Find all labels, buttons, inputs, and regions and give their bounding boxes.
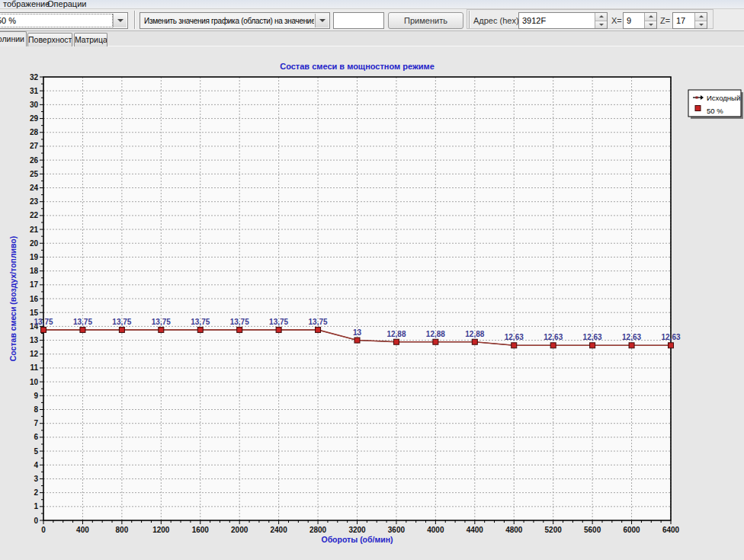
- data-point-marker[interactable]: [159, 327, 164, 332]
- data-point-marker[interactable]: [393, 339, 399, 344]
- y-tick-label: 29: [30, 114, 39, 123]
- y-tick-label: 4: [34, 461, 38, 469]
- y-tick-label: 28: [30, 128, 39, 136]
- data-point-marker[interactable]: [433, 339, 438, 344]
- x-tick-label: 5600: [584, 526, 601, 534]
- apply-button[interactable]: Применить: [388, 12, 463, 29]
- y-tick-label: 20: [30, 239, 39, 248]
- y-tick-label: 0: [34, 517, 38, 525]
- data-point-marker[interactable]: [669, 343, 674, 348]
- data-point-label: 13,75: [269, 318, 288, 326]
- y-tick-label: 21: [30, 226, 39, 234]
- data-point-label: 13,75: [73, 318, 92, 326]
- x-spin-edit[interactable]: 9: [623, 12, 657, 29]
- y-tick-label: 17: [30, 280, 39, 289]
- y-tick-label: 3: [34, 475, 38, 483]
- data-point-marker[interactable]: [237, 327, 242, 332]
- spin-up-icon: [649, 15, 653, 18]
- data-point-label: 12,88: [426, 330, 445, 338]
- plot-area[interactable]: [43, 77, 671, 520]
- data-point-marker[interactable]: [550, 343, 556, 348]
- y-tick-label: 32: [30, 73, 39, 82]
- action-combobox-value: Изменить значения графика (области) на з…: [144, 17, 314, 25]
- chart-canvas[interactable]: 0400800120016002000240028003200360040004…: [0, 46, 744, 560]
- spin-down-button[interactable]: [695, 21, 707, 29]
- y-tick-label: 2: [34, 488, 38, 497]
- y-tick-label: 16: [30, 295, 39, 303]
- y-axis-title: Состав смеси (воздух/топливо): [8, 236, 18, 362]
- percent-combobox-dropdown-button[interactable]: [113, 14, 127, 27]
- x-tick-label: 3200: [348, 526, 366, 534]
- y-tick-label: 19: [30, 253, 39, 261]
- x-tick-label: 2400: [271, 526, 288, 534]
- data-point-label: 12,63: [583, 333, 602, 341]
- toolbar-separator: [134, 11, 136, 29]
- y-tick-label: 5: [34, 447, 38, 456]
- chart-title: Состав смеси в мощностном режиме: [280, 62, 435, 71]
- data-point-label: 13,75: [309, 318, 328, 326]
- z-spin-edit[interactable]: 17: [672, 12, 707, 29]
- y-tick-label: 18: [30, 267, 39, 275]
- z-label: Z=: [660, 16, 670, 25]
- spin-down-button[interactable]: [645, 21, 656, 29]
- percent-combobox[interactable]: 50 %: [0, 12, 128, 29]
- y-tick-label: 8: [34, 405, 38, 414]
- tab-matrix[interactable]: Матрица: [74, 33, 107, 46]
- legend-label-50-percent: 50 %: [707, 107, 723, 115]
- value-input[interactable]: [335, 14, 383, 27]
- spin-down-icon: [599, 24, 604, 26]
- y-tick-label: 15: [30, 309, 39, 317]
- data-point-marker[interactable]: [316, 327, 321, 332]
- menu-operations[interactable]: Операции: [44, 0, 89, 8]
- action-combobox[interactable]: Изменить значения графика (области) на з…: [140, 12, 330, 29]
- x-tick-label: 4800: [505, 526, 523, 534]
- data-point-marker[interactable]: [276, 327, 281, 332]
- data-point-marker[interactable]: [590, 343, 595, 348]
- y-tick-label: 31: [30, 87, 39, 95]
- spin-down-button[interactable]: [595, 21, 607, 29]
- spin-down-icon: [649, 24, 653, 26]
- y-tick-label: 23: [30, 197, 39, 206]
- data-point-label: 12,63: [505, 333, 524, 341]
- z-value: 17: [676, 16, 685, 25]
- spin-up-button[interactable]: [645, 13, 656, 21]
- data-point-marker[interactable]: [80, 327, 85, 332]
- y-tick-label: 30: [30, 101, 39, 109]
- y-tick-label: 24: [30, 184, 39, 192]
- tab-isolines[interactable]: олинии: [0, 31, 27, 46]
- y-tick-label: 9: [34, 392, 38, 400]
- x-tick-label: 5200: [545, 526, 563, 534]
- spin-up-button[interactable]: [695, 13, 707, 21]
- tab-surface[interactable]: Поверхность: [27, 33, 72, 46]
- x-tick-label: 1600: [192, 526, 210, 534]
- data-point-marker[interactable]: [512, 343, 517, 348]
- x-tick-label: 6000: [623, 526, 640, 534]
- action-combobox-dropdown-button[interactable]: [315, 14, 329, 27]
- data-point-marker[interactable]: [472, 339, 477, 344]
- data-point-marker[interactable]: [41, 327, 46, 332]
- z-spinner[interactable]: [694, 13, 707, 28]
- data-point-label: 12,63: [544, 333, 563, 341]
- data-point-label: 12,63: [661, 333, 680, 341]
- address-spin-edit[interactable]: 3912F: [518, 12, 608, 29]
- data-point-label: 12,88: [465, 330, 484, 338]
- percent-combobox-value: 50 %: [0, 16, 112, 25]
- x-tick-label: 2000: [231, 526, 249, 534]
- spin-down-icon: [699, 24, 704, 26]
- legend-label-original: Исходный: [707, 94, 740, 102]
- y-tick-label: 22: [30, 211, 39, 219]
- y-tick-label: 10: [30, 378, 39, 386]
- data-point-marker[interactable]: [119, 327, 124, 332]
- data-point-label: 13,75: [152, 318, 171, 326]
- spin-up-button[interactable]: [595, 13, 607, 21]
- address-value: 3912F: [522, 16, 546, 25]
- data-point-marker[interactable]: [354, 338, 360, 343]
- y-tick-label: 6: [34, 433, 38, 441]
- data-point-marker[interactable]: [629, 343, 634, 348]
- x-spinner[interactable]: [644, 13, 656, 28]
- data-point-marker[interactable]: [197, 327, 203, 332]
- data-point-label: 12,63: [622, 333, 641, 341]
- address-spinner[interactable]: [595, 13, 607, 28]
- x-tick-label: 4000: [427, 526, 444, 534]
- data-point-label: 13,75: [34, 318, 53, 326]
